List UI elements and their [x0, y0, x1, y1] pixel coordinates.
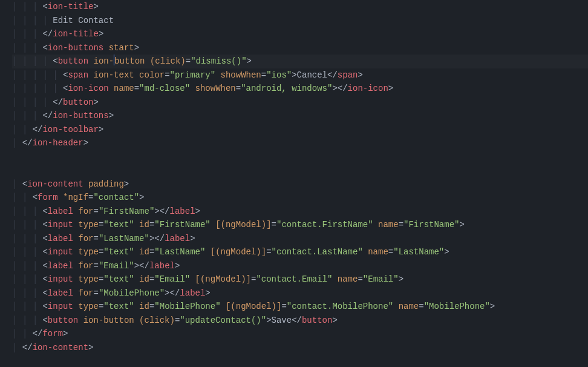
- code-line[interactable]: │ │ <form *ngIf="contact">: [12, 191, 588, 205]
- code-line[interactable]: │ │ │ <input type="text" id="LastName" […: [12, 245, 588, 259]
- code-line[interactable]: │ │ │ │ </button>: [12, 96, 588, 110]
- code-line[interactable]: │ </ion-content>: [12, 341, 588, 355]
- code-line[interactable]: │ </ion-header>: [12, 136, 588, 150]
- code-line[interactable]: │ │ │ <ion-buttons start>: [12, 41, 588, 55]
- code-line[interactable]: │ │ │ │ │ <span ion-text color="primary"…: [12, 68, 588, 82]
- code-line[interactable]: │ │ │ <label for="MobilePhone"></label>: [12, 286, 588, 300]
- code-line[interactable]: │ │ │ <label for="FirstName"></label>: [12, 205, 588, 219]
- code-line[interactable]: │ │ │ │ │ <ion-icon name="md-close" show…: [12, 82, 588, 96]
- code-line[interactable]: │ │ │ <ion-title>: [12, 0, 588, 14]
- code-line[interactable]: │ │ │ <input type="text" id="MobilePhone…: [12, 300, 588, 314]
- code-line[interactable]: │ │ │ <label for="LastName"></label>: [12, 232, 588, 246]
- code-line[interactable]: [12, 164, 588, 177]
- code-line[interactable]: │ │ │ </ion-buttons>: [12, 109, 588, 123]
- code-line[interactable]: │ │ │ <input type="text" id="FirstName" …: [12, 218, 588, 232]
- code-line[interactable]: │ <ion-content padding>: [12, 177, 588, 191]
- code-line[interactable]: │ │ │ │ Edit Contact: [12, 14, 588, 28]
- code-line[interactable]: │ │ │ <label for="Email"></label>: [12, 259, 588, 273]
- code-line[interactable]: [12, 150, 588, 164]
- code-line[interactable]: │ │ │ </ion-title>: [12, 27, 588, 41]
- code-line[interactable]: │ │ </form>: [12, 327, 588, 341]
- code-line[interactable]: │ │ │ │ <button ion-button (click)="dism…: [12, 55, 588, 68]
- code-line[interactable]: │ │ │ <input type="text" id="Email" [(ng…: [12, 273, 588, 286]
- code-editor[interactable]: │ │ │ <ion-title>│ │ │ │ Edit Contact│ │…: [0, 0, 588, 354]
- code-line[interactable]: │ │ </ion-toolbar>: [12, 123, 588, 137]
- code-line[interactable]: │ │ │ <button ion-button (click)="update…: [12, 314, 588, 328]
